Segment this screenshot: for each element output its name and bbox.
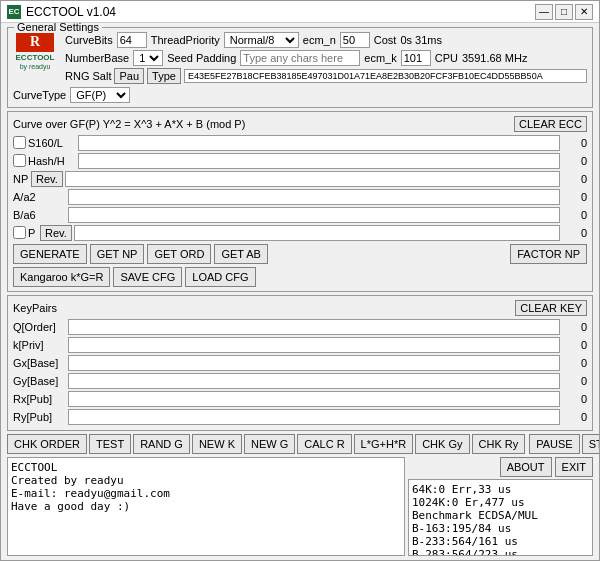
rng-salt-label: RNG Salt (65, 70, 111, 82)
settings-row1: CurveBits ThreadPriority Normal/8 ecm_n … (65, 32, 587, 48)
k-priv-row: k[Priv] 0 (13, 336, 587, 353)
maximize-button[interactable]: □ (555, 4, 573, 20)
np-rev-button[interactable]: Rev. (31, 171, 63, 187)
curve-bits-label: CurveBits (65, 34, 113, 46)
chk-gy-button[interactable]: CHK Gy (415, 434, 469, 454)
rx-input[interactable] (68, 391, 560, 407)
cost-value: 0s 31ms (400, 34, 442, 46)
p-rev-button[interactable]: Rev. (40, 225, 72, 241)
curve-bits-input[interactable] (117, 32, 147, 48)
window-title: ECCTOOL v1.04 (26, 5, 116, 19)
s160-input[interactable] (78, 135, 560, 151)
output-line-5: B-233:564/161 us (412, 535, 589, 548)
np-input[interactable] (65, 171, 560, 187)
settings-row2: NumberBase 16 Seed Padding ecm_k CPU 359… (65, 50, 587, 66)
number-base-select[interactable]: 16 (133, 50, 163, 66)
curve-type-row: CurveType GF(P) (13, 87, 587, 103)
factor-np-button[interactable]: FACTOR NP (510, 244, 587, 264)
ry-row: Ry[Pub] 0 (13, 408, 587, 425)
rng-pau-button[interactable]: Pau (114, 68, 144, 84)
hash-input[interactable] (78, 153, 560, 169)
output-line-4: B-163:195/84 us (412, 522, 589, 535)
new-g-button[interactable]: NEW G (244, 434, 295, 454)
output-line-6: B-283:564/223 us (412, 548, 589, 556)
new-k-button[interactable]: NEW K (192, 434, 242, 454)
np-label: NP (13, 173, 31, 185)
np-row: NP Rev. 0 (13, 170, 587, 187)
curve-type-label: CurveType (13, 89, 66, 101)
get-ab-button[interactable]: GET AB (214, 244, 268, 264)
title-bar: EC ECCTOOL v1.04 — □ ✕ (1, 1, 599, 23)
lgh-button[interactable]: L*G+H*R (354, 434, 414, 454)
hash-value: 0 (562, 155, 587, 167)
rand-g-button[interactable]: RAND G (133, 434, 190, 454)
minimize-button[interactable]: — (535, 4, 553, 20)
a-value: 0 (562, 191, 587, 203)
rng-type-button[interactable]: Type (147, 68, 181, 84)
action-row1: GENERATE GET NP GET ORD GET AB FACTOR NP (13, 244, 587, 264)
about-button[interactable]: ABOUT (500, 457, 552, 477)
seed-padding-input[interactable] (240, 50, 360, 66)
gy-row: Gy[Base] 0 (13, 372, 587, 389)
gy-input[interactable] (68, 373, 560, 389)
b-row: B/a6 0 (13, 206, 587, 223)
ecm-k-input[interactable] (401, 50, 431, 66)
q-order-input[interactable] (68, 319, 560, 335)
exit-button[interactable]: EXIT (555, 457, 593, 477)
curve-type-select[interactable]: GF(P) (70, 87, 130, 103)
hash-checkbox[interactable] (13, 154, 26, 167)
gx-input[interactable] (68, 355, 560, 371)
clear-ecc-button[interactable]: CLEAR ECC (514, 116, 587, 132)
ry-value: 0 (562, 411, 587, 423)
settings-grid: CurveBits ThreadPriority Normal/8 ecm_n … (65, 32, 587, 84)
about-exit-row: ABOUT EXIT (408, 457, 593, 477)
test-button[interactable]: TEST (89, 434, 131, 454)
log-line-3: E-mail: readyu@gmail.com (11, 487, 401, 500)
hash-label: Hash/H (28, 155, 78, 167)
p-checkbox[interactable] (13, 226, 26, 239)
keypairs-section: KeyPairs CLEAR KEY Q[Order] 0 k[Priv] 0 … (7, 295, 593, 431)
calc-r-button[interactable]: CALC R (297, 434, 351, 454)
s160-value: 0 (562, 137, 587, 149)
pause-button[interactable]: PAUSE (529, 434, 579, 454)
keypairs-title: KeyPairs (13, 302, 57, 314)
logo-r: R (16, 32, 54, 52)
stop-button[interactable]: STOP (582, 434, 599, 454)
kangaroo-button[interactable]: Kangaroo k*G=R (13, 267, 110, 287)
generate-button[interactable]: GENERATE (13, 244, 87, 264)
output-line-2: 1024K:0 Er,477 us (412, 496, 589, 509)
save-cfg-button[interactable]: SAVE CFG (113, 267, 182, 287)
a-input[interactable] (68, 189, 560, 205)
keypairs-header: KeyPairs CLEAR KEY (13, 300, 587, 316)
clear-key-button[interactable]: CLEAR KEY (515, 300, 587, 316)
ry-input[interactable] (68, 409, 560, 425)
b-value: 0 (562, 209, 587, 221)
chk-order-button[interactable]: CHK ORDER (7, 434, 87, 454)
ecm-k-label: ecm_k (364, 52, 396, 64)
app-icon-label: EC (8, 7, 19, 16)
close-button[interactable]: ✕ (575, 4, 593, 20)
log-line-2: Created by readyu (11, 474, 401, 487)
a-row: A/a2 0 (13, 188, 587, 205)
k-priv-label: k[Priv] (13, 339, 68, 351)
rx-label: Rx[Pub] (13, 393, 68, 405)
chk-ry-button[interactable]: CHK Ry (472, 434, 526, 454)
q-order-row: Q[Order] 0 (13, 318, 587, 335)
p-input[interactable] (74, 225, 560, 241)
general-settings-top: R ECCTOOL by readyu CurveBits ThreadPrio… (13, 32, 587, 84)
thread-priority-select[interactable]: Normal/8 (224, 32, 299, 48)
logo-area: R ECCTOOL by readyu (13, 32, 57, 71)
p-value: 0 (562, 227, 587, 239)
ecm-n-input[interactable] (340, 32, 370, 48)
ecm-n-label: ecm_n (303, 34, 336, 46)
bottom-panel: ECCTOOL Created by readyu E-mail: readyu… (7, 457, 593, 556)
s160-checkbox[interactable] (13, 136, 26, 149)
get-np-button[interactable]: GET NP (90, 244, 145, 264)
k-priv-input[interactable] (68, 337, 560, 353)
b-label: B/a6 (13, 209, 68, 221)
b-input[interactable] (68, 207, 560, 223)
rng-row: RNG Salt Pau Type E43E5FE27B18CFEB38185E… (65, 68, 587, 84)
get-ord-button[interactable]: GET ORD (147, 244, 211, 264)
load-cfg-button[interactable]: LOAD CFG (185, 267, 255, 287)
app-icon: EC (7, 5, 21, 19)
